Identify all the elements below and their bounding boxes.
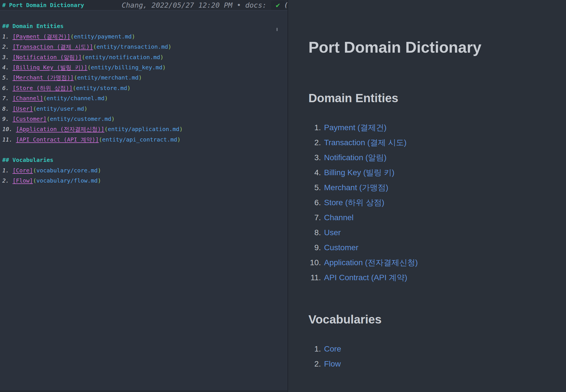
markdown-link-url[interactable]: entity/user.md [36, 105, 84, 112]
preview-list-item: 7.Channel [308, 210, 418, 225]
syntax-paren-close: ) [177, 136, 181, 143]
markdown-link-label[interactable]: [Billing Key (빌링 키)] [12, 64, 87, 71]
markdown-link-label[interactable]: [Payment (결제건)] [12, 33, 70, 40]
syntax-paren-close: ) [160, 54, 164, 61]
preview-link[interactable]: Billing Key (빌링 키) [324, 167, 418, 178]
preview-list-item: 10.Application (전자결제신청) [308, 255, 418, 270]
scrollbar-mark [276, 28, 278, 31]
editor-title-line: # Port Domain Dictionary Chang, 2022/05/… [0, 0, 288, 10]
editor-line [2, 145, 288, 155]
editor-line: 5. [Merchant (가맹점)](entity/merchant.md) [2, 72, 288, 83]
syntax-paren-close: ) [138, 74, 142, 81]
markdown-link-label[interactable]: [Core] [12, 167, 33, 174]
markdown-link-url[interactable]: entity/application.md [108, 126, 179, 132]
preview-link[interactable]: Flow [324, 359, 341, 369]
list-marker: 3. [308, 153, 321, 162]
syntax-paren-open: ( [87, 64, 91, 71]
list-number: 10. [2, 126, 16, 132]
syntax-paren-close: ) [132, 33, 135, 40]
markdown-link-label[interactable]: [User] [12, 105, 33, 112]
markdown-link-url[interactable]: entity/payment.md [74, 33, 132, 40]
list-number: 7. [2, 95, 12, 102]
editor-line [2, 11, 288, 21]
markdown-link-url[interactable]: entity/notification.md [85, 54, 160, 61]
preview-link[interactable]: Notification (알림) [324, 152, 418, 163]
markdown-editor-pane[interactable]: # Port Domain Dictionary Chang, 2022/05/… [0, 0, 288, 392]
list-number: 8. [2, 105, 12, 112]
list-number: 1. [2, 33, 12, 40]
markdown-link-url[interactable]: vocabulary/core.md [36, 167, 98, 174]
syntax-paren-open: ( [93, 43, 97, 50]
markdown-link-label[interactable]: [Channel] [12, 95, 43, 102]
markdown-heading: ## Vocabularies [2, 157, 53, 163]
list-marker: 4. [308, 168, 321, 177]
preview-list-item: 1.Core [308, 341, 341, 356]
preview-link[interactable]: Channel [324, 213, 418, 222]
editor-line: 2. [Flow](vocabulary/flow.md) [2, 175, 288, 186]
syntax-paren-close: ) [104, 95, 108, 102]
editor-line: 1. [Payment (결제건)](entity/payment.md) [2, 31, 288, 42]
markdown-link-url[interactable]: entity/transaction.md [97, 43, 168, 50]
editor-line: ## Domain Entities [2, 21, 288, 31]
list-marker: 1. [308, 344, 321, 354]
preview-link[interactable]: Core [324, 344, 341, 354]
editor-line: 1. [Core](vocabulary/core.md) [2, 165, 288, 175]
list-marker: 2. [308, 359, 321, 369]
preview-list-domain-entities: 1.Payment (결제건)2.Transaction (결제 시도)3.No… [308, 120, 418, 285]
list-marker: 1. [308, 123, 321, 132]
list-marker: 10. [308, 258, 321, 267]
preview-heading-domain-entities: Domain Entities [308, 91, 398, 105]
markdown-link-url[interactable]: entity/api_contract.md [102, 136, 177, 143]
preview-list-item: 5.Merchant (가맹점) [308, 180, 418, 195]
editor-text-area[interactable]: ## Domain Entities1. [Payment (결제건)](ent… [0, 11, 288, 186]
markdown-link-url[interactable]: entity/customer.md [50, 115, 112, 122]
clipped-text: ( [284, 0, 288, 10]
preview-link[interactable]: User [324, 228, 418, 237]
markdown-link-label[interactable]: [Store (하위 상점)] [12, 85, 72, 91]
preview-link[interactable]: Transaction (결제 시도) [324, 137, 418, 148]
list-number: 2. [2, 43, 12, 50]
markdown-link-label[interactable]: [Flow] [12, 177, 33, 184]
syntax-paren-open: ( [33, 177, 36, 184]
preview-link[interactable]: Application (전자결제신청) [324, 257, 418, 268]
list-number: 11. [2, 136, 16, 143]
list-number: 2. [2, 177, 12, 184]
preview-list-item: 11.API Contract (API 계약) [308, 270, 418, 285]
markdown-link-label[interactable]: [API Contract (API 계약)] [16, 136, 99, 143]
preview-link[interactable]: Store (하위 상점) [324, 197, 418, 208]
list-number: 9. [2, 115, 12, 122]
preview-list-item: 2.Transaction (결제 시도) [308, 135, 418, 150]
markdown-link-label[interactable]: [Customer] [12, 115, 46, 122]
editor-line: 10. [Application (전자결제신청)](entity/applic… [2, 124, 288, 134]
markdown-link-label[interactable]: [Merchant (가맹점)] [12, 74, 74, 81]
syntax-paren-open: ( [73, 85, 76, 91]
markdown-link-label[interactable]: [Application (전자결제신청)] [16, 126, 104, 132]
editor-line: 6. [Store (하위 상점)](entity/store.md) [2, 83, 288, 93]
preview-link[interactable]: Payment (결제건) [324, 122, 418, 133]
markdown-preview-pane: Port Domain Dictionary Domain Entities 1… [288, 0, 566, 392]
list-marker: 6. [308, 198, 321, 207]
preview-link[interactable]: API Contract (API 계약) [324, 272, 418, 283]
markdown-link-url[interactable]: entity/store.md [76, 85, 127, 91]
syntax-paren-open: ( [104, 126, 108, 132]
list-marker: 5. [308, 183, 321, 192]
editor-line: 9. [Customer](entity/customer.md) [2, 114, 288, 124]
preview-list-item: 1.Payment (결제건) [308, 120, 418, 135]
markdown-link-url[interactable]: entity/channel.md [47, 95, 105, 102]
editor-line: 4. [Billing Key (빌링 키)](entity/billing_k… [2, 62, 288, 72]
markdown-link-url[interactable]: entity/billing_key.md [91, 64, 162, 71]
syntax-paren-open: ( [43, 95, 47, 102]
syntax-paren-close: ) [98, 177, 101, 184]
markdown-link-label[interactable]: [Transaction (결제 시도)] [12, 43, 93, 50]
markdown-heading: ## Domain Entities [2, 23, 64, 29]
markdown-link-url[interactable]: vocabulary/flow.md [36, 177, 98, 184]
markdown-link-url[interactable]: entity/merchant.md [77, 74, 139, 81]
check-icon: ✔ [275, 2, 280, 9]
syntax-paren-close: ) [127, 85, 130, 91]
markdown-link-label[interactable]: [Notification (알림)] [12, 54, 82, 61]
preview-link[interactable]: Merchant (가맹점) [324, 182, 418, 193]
list-number: 1. [2, 167, 12, 174]
syntax-paren-open: ( [33, 167, 36, 174]
syntax-paren-close: ) [168, 43, 171, 50]
preview-link[interactable]: Customer [324, 243, 418, 252]
